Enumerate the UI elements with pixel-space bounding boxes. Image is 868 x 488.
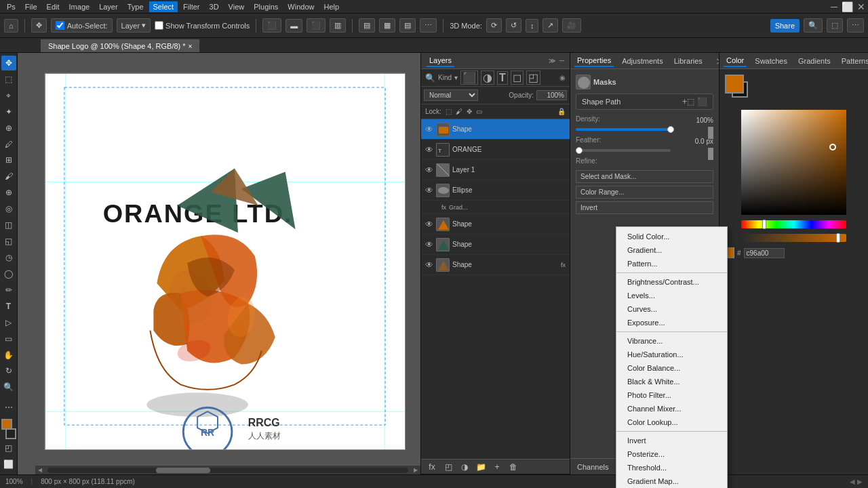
distribute-btn[interactable]: ▥	[330, 18, 346, 33]
layer-add-btn[interactable]: +	[490, 461, 504, 473]
density-slider[interactable]	[576, 128, 713, 131]
layer-visibility-eye[interactable]: 👁	[425, 165, 433, 175]
lock-paint-icon[interactable]: 🖌	[456, 108, 462, 115]
share-button[interactable]: Share	[770, 19, 800, 33]
screen-mode-btn[interactable]: ⬜	[1, 457, 16, 472]
gradient-tool[interactable]: ◱	[1, 234, 16, 249]
menu-filter[interactable]: Filter	[179, 1, 203, 12]
layer-delete-btn[interactable]: 🗑	[507, 461, 520, 473]
hue-saturation-option[interactable]: Hue/Saturation...	[616, 348, 727, 361]
menu-image[interactable]: Image	[65, 1, 94, 12]
color-gradient-picker[interactable]	[741, 110, 846, 215]
channels-tab[interactable]: Channels	[574, 462, 611, 472]
heal-tool[interactable]: ⊞	[1, 153, 16, 168]
alpha-slider[interactable]	[741, 234, 846, 242]
dodge-tool[interactable]: ◯	[1, 266, 16, 281]
more-options-btn[interactable]: ⋯	[420, 18, 437, 33]
scroll-track[interactable]	[47, 468, 408, 473]
menu-3d[interactable]: 3D	[205, 1, 223, 12]
tab-close-button[interactable]: ×	[189, 43, 193, 50]
align-left-btn[interactable]: ⬛	[262, 18, 281, 33]
filter-type-btn[interactable]: T	[497, 71, 508, 85]
background-color-swatch[interactable]	[5, 428, 16, 439]
layer-select[interactable]: Layer ▾	[117, 18, 151, 33]
blend-mode-select[interactable]: Normal	[424, 89, 478, 101]
3d-btn3[interactable]: ↕	[526, 19, 539, 33]
move-tool-btn[interactable]: ✥	[31, 18, 47, 33]
zoom-tool[interactable]: 🔍	[1, 380, 16, 394]
brush-tool[interactable]: 🖌	[1, 169, 16, 184]
layer-item[interactable]: 👁 Ellipse	[421, 180, 570, 201]
layer-visibility-eye[interactable]: 👁	[425, 186, 433, 195]
layer-visibility-eye[interactable]: 👁	[425, 145, 433, 155]
3d-btn4[interactable]: ↗	[542, 18, 558, 33]
eyedropper-tool[interactable]: 🖊	[1, 137, 16, 152]
misc-tool[interactable]: ⋯	[1, 400, 16, 415]
layer-adjustment-btn[interactable]: ◑	[458, 461, 471, 473]
shape-tool[interactable]: ▭	[1, 331, 16, 346]
levels-option[interactable]: Levels...	[616, 289, 727, 302]
lock-transparency-icon[interactable]: ⬚	[446, 108, 452, 115]
menu-help[interactable]: Help	[319, 1, 343, 12]
swatches-tab[interactable]: Swatches	[752, 56, 790, 66]
maximize-icon[interactable]: ⬜	[842, 1, 853, 12]
opacity-input[interactable]	[536, 90, 567, 100]
photo-filter-option[interactable]: Photo Filter...	[616, 388, 727, 402]
color-tab[interactable]: Color	[724, 55, 747, 67]
color-hex-input[interactable]	[744, 248, 785, 258]
alpha-thumb[interactable]	[836, 233, 840, 243]
vibrance-option[interactable]: Vibrance...	[616, 334, 727, 348]
menu-plugins[interactable]: Plugins	[250, 1, 282, 12]
menu-file[interactable]: File	[21, 1, 41, 12]
color-range-button[interactable]: Color Range...	[576, 186, 713, 199]
density-slider-arrow[interactable]	[708, 127, 713, 139]
layer-visibility-eye[interactable]: 👁	[425, 125, 433, 134]
shape-path-subtract-btn[interactable]: ⬛	[697, 97, 707, 106]
align-center-btn[interactable]: ▬	[285, 19, 302, 33]
magic-wand-tool[interactable]: ✦	[1, 104, 16, 119]
lasso-tool[interactable]: ⌖	[1, 88, 16, 103]
align-top-btn[interactable]: ▤	[359, 18, 375, 33]
hand-tool[interactable]: ✋	[1, 348, 16, 363]
layers-collapse-btn[interactable]: ─	[559, 57, 564, 64]
layer-mask-btn[interactable]: ◰	[441, 461, 455, 473]
3d-btn1[interactable]: ⟳	[486, 18, 502, 33]
invert-button[interactable]: Invert	[576, 201, 713, 214]
hue-slider[interactable]	[741, 220, 846, 228]
search-button[interactable]: 🔍	[804, 18, 823, 33]
layer-item[interactable]: 👁 Shape	[421, 214, 570, 235]
history-tool[interactable]: ◎	[1, 201, 16, 216]
layer-visibility-eye[interactable]: 👁	[425, 240, 433, 249]
clone-tool[interactable]: ⊕	[1, 185, 16, 200]
path-select-tool[interactable]: ▷	[1, 315, 16, 330]
align-right-btn[interactable]: ⬛	[307, 18, 326, 33]
menu-view[interactable]: View	[224, 1, 249, 12]
blur-tool[interactable]: ◷	[1, 250, 16, 265]
feather-slider[interactable]	[576, 149, 713, 152]
workspace-btn[interactable]: ⬚	[827, 18, 843, 33]
layer-group-btn[interactable]: 📁	[474, 461, 488, 473]
layer-fx-btn[interactable]: fx	[425, 461, 439, 473]
gradient-map-option[interactable]: Gradient Map...	[616, 474, 727, 488]
layers-menu-btn[interactable]: ≫	[549, 57, 555, 64]
menu-window[interactable]: Window	[283, 1, 318, 12]
libraries-tab[interactable]: Libraries	[671, 56, 705, 66]
solid-color-option[interactable]: Solid Color...	[616, 230, 727, 243]
more-btn[interactable]: ⋯	[847, 18, 864, 33]
scroll-thumb[interactable]	[156, 468, 210, 473]
channel-mixer-option[interactable]: Channel Mixer...	[616, 402, 727, 415]
menu-edit[interactable]: Edit	[43, 1, 64, 12]
properties-tab[interactable]: Properties	[574, 55, 614, 67]
layer-item[interactable]: 👁 T ORANGE	[421, 140, 570, 160]
black-white-option[interactable]: Black & White...	[616, 375, 727, 388]
align-bot-btn[interactable]: ▤	[399, 18, 416, 33]
3d-btn5[interactable]: 🎥	[562, 18, 581, 33]
scroll-left-arrow[interactable]: ◀	[35, 467, 45, 473]
color-balance-option[interactable]: Color Balance...	[616, 361, 727, 375]
layer-item[interactable]: 👁 Shape fx	[421, 255, 570, 275]
color-lookup-option[interactable]: Color Lookup...	[616, 415, 727, 429]
filter-adj-btn[interactable]: ◑	[481, 70, 494, 85]
align-mid-btn[interactable]: ▦	[379, 18, 395, 33]
scroll-right-arrow[interactable]: ▶	[411, 467, 420, 473]
select-tool[interactable]: ⬚	[1, 72, 16, 87]
